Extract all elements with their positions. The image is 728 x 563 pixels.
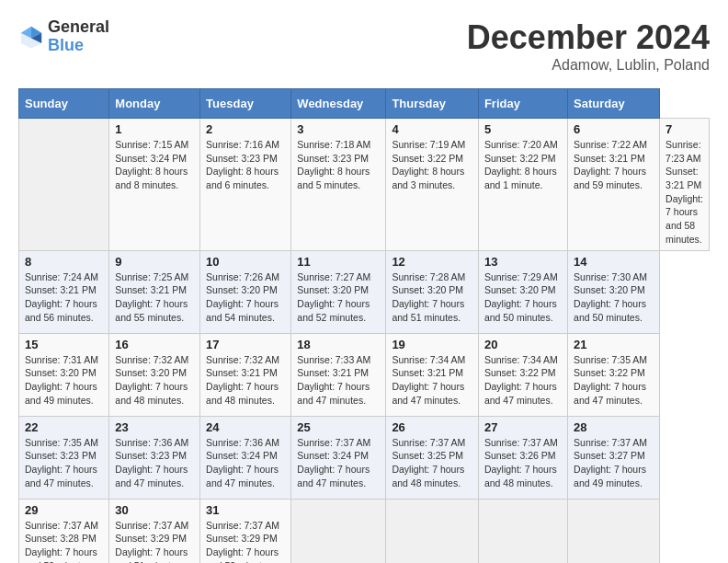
header-thursday: Thursday bbox=[386, 89, 479, 119]
day-cell: 26Sunrise: 7:37 AM Sunset: 3:25 PM Dayli… bbox=[386, 416, 479, 499]
day-cell bbox=[291, 499, 386, 563]
week-row-0: 1Sunrise: 7:15 AM Sunset: 3:24 PM Daylig… bbox=[19, 119, 710, 251]
day-cell: 20Sunrise: 7:34 AM Sunset: 3:22 PM Dayli… bbox=[478, 333, 567, 416]
day-info: Sunrise: 7:30 AM Sunset: 3:20 PM Dayligh… bbox=[574, 270, 654, 325]
day-info: Sunrise: 7:37 AM Sunset: 3:24 PM Dayligh… bbox=[297, 436, 380, 490]
header-row: SundayMondayTuesdayWednesdayThursdayFrid… bbox=[19, 89, 710, 119]
day-cell: 23Sunrise: 7:36 AM Sunset: 3:23 PM Dayli… bbox=[109, 416, 200, 499]
day-info: Sunrise: 7:35 AM Sunset: 3:22 PM Dayligh… bbox=[574, 353, 654, 408]
day-number: 8 bbox=[25, 255, 103, 269]
day-info: Sunrise: 7:25 AM Sunset: 3:21 PM Dayligh… bbox=[115, 270, 194, 325]
day-number: 11 bbox=[297, 255, 380, 269]
day-cell bbox=[386, 499, 479, 563]
day-info: Sunrise: 7:31 AM Sunset: 3:20 PM Dayligh… bbox=[25, 353, 103, 408]
day-info: Sunrise: 7:26 AM Sunset: 3:20 PM Dayligh… bbox=[206, 270, 285, 325]
day-cell: 22Sunrise: 7:35 AM Sunset: 3:23 PM Dayli… bbox=[19, 416, 109, 499]
day-number: 16 bbox=[115, 338, 194, 351]
day-cell: 6Sunrise: 7:22 AM Sunset: 3:21 PM Daylig… bbox=[568, 119, 660, 251]
day-info: Sunrise: 7:32 AM Sunset: 3:21 PM Dayligh… bbox=[206, 353, 285, 408]
day-number: 2 bbox=[206, 122, 285, 136]
header-sunday: Sunday bbox=[19, 89, 109, 119]
week-row-2: 15Sunrise: 7:31 AM Sunset: 3:20 PM Dayli… bbox=[19, 333, 710, 416]
day-number: 30 bbox=[115, 503, 194, 517]
header-wednesday: Wednesday bbox=[291, 89, 386, 119]
day-cell: 28Sunrise: 7:37 AM Sunset: 3:27 PM Dayli… bbox=[568, 416, 660, 499]
day-cell bbox=[19, 119, 109, 251]
header-tuesday: Tuesday bbox=[200, 89, 291, 119]
day-info: Sunrise: 7:34 AM Sunset: 3:21 PM Dayligh… bbox=[392, 353, 472, 408]
day-info: Sunrise: 7:28 AM Sunset: 3:20 PM Dayligh… bbox=[392, 270, 472, 325]
day-cell: 12Sunrise: 7:28 AM Sunset: 3:20 PM Dayli… bbox=[386, 250, 479, 333]
month-title: December 2024 bbox=[467, 18, 710, 57]
calendar-table: SundayMondayTuesdayWednesdayThursdayFrid… bbox=[18, 88, 710, 563]
day-cell bbox=[568, 499, 660, 563]
day-info: Sunrise: 7:29 AM Sunset: 3:20 PM Dayligh… bbox=[484, 270, 562, 325]
day-info: Sunrise: 7:19 AM Sunset: 3:22 PM Dayligh… bbox=[392, 138, 472, 192]
day-number: 5 bbox=[484, 122, 562, 136]
day-info: Sunrise: 7:34 AM Sunset: 3:22 PM Dayligh… bbox=[484, 353, 562, 408]
day-number: 1 bbox=[115, 122, 194, 136]
day-cell: 11Sunrise: 7:27 AM Sunset: 3:20 PM Dayli… bbox=[291, 250, 386, 333]
week-row-3: 22Sunrise: 7:35 AM Sunset: 3:23 PM Dayli… bbox=[19, 416, 710, 499]
day-number: 15 bbox=[25, 338, 103, 351]
week-row-4: 29Sunrise: 7:37 AM Sunset: 3:28 PM Dayli… bbox=[19, 499, 710, 563]
header-monday: Monday bbox=[109, 89, 200, 119]
day-number: 7 bbox=[665, 122, 703, 136]
day-number: 25 bbox=[297, 420, 380, 434]
day-cell: 27Sunrise: 7:37 AM Sunset: 3:26 PM Dayli… bbox=[478, 416, 567, 499]
day-info: Sunrise: 7:37 AM Sunset: 3:29 PM Dayligh… bbox=[115, 519, 194, 564]
day-cell: 29Sunrise: 7:37 AM Sunset: 3:28 PM Dayli… bbox=[19, 499, 109, 563]
day-number: 9 bbox=[115, 255, 194, 269]
day-info: Sunrise: 7:37 AM Sunset: 3:27 PM Dayligh… bbox=[574, 436, 654, 490]
day-cell: 21Sunrise: 7:35 AM Sunset: 3:22 PM Dayli… bbox=[568, 333, 660, 416]
day-cell: 24Sunrise: 7:36 AM Sunset: 3:24 PM Dayli… bbox=[200, 416, 291, 499]
header-friday: Friday bbox=[478, 89, 567, 119]
day-info: Sunrise: 7:36 AM Sunset: 3:24 PM Dayligh… bbox=[206, 436, 285, 490]
day-number: 27 bbox=[484, 420, 562, 434]
logo-text: General Blue bbox=[48, 18, 109, 55]
week-row-1: 8Sunrise: 7:24 AM Sunset: 3:21 PM Daylig… bbox=[19, 250, 710, 333]
day-info: Sunrise: 7:27 AM Sunset: 3:20 PM Dayligh… bbox=[297, 270, 380, 325]
day-cell: 25Sunrise: 7:37 AM Sunset: 3:24 PM Dayli… bbox=[291, 416, 386, 499]
day-number: 31 bbox=[206, 503, 285, 517]
day-number: 29 bbox=[25, 503, 103, 517]
day-number: 21 bbox=[574, 338, 654, 351]
day-number: 4 bbox=[392, 122, 472, 136]
day-number: 14 bbox=[574, 255, 654, 269]
day-cell: 13Sunrise: 7:29 AM Sunset: 3:20 PM Dayli… bbox=[478, 250, 567, 333]
day-info: Sunrise: 7:37 AM Sunset: 3:29 PM Dayligh… bbox=[206, 519, 285, 564]
header-saturday: Saturday bbox=[568, 89, 660, 119]
day-number: 10 bbox=[206, 255, 285, 269]
page-header: General Blue December 2024 Adamow, Lubli… bbox=[18, 18, 710, 74]
day-number: 3 bbox=[297, 122, 380, 136]
day-number: 28 bbox=[574, 420, 654, 434]
day-cell: 30Sunrise: 7:37 AM Sunset: 3:29 PM Dayli… bbox=[109, 499, 200, 563]
day-cell: 4Sunrise: 7:19 AM Sunset: 3:22 PM Daylig… bbox=[386, 119, 479, 251]
day-cell: 19Sunrise: 7:34 AM Sunset: 3:21 PM Dayli… bbox=[386, 333, 479, 416]
day-info: Sunrise: 7:24 AM Sunset: 3:21 PM Dayligh… bbox=[25, 270, 103, 325]
day-info: Sunrise: 7:16 AM Sunset: 3:23 PM Dayligh… bbox=[206, 138, 285, 192]
day-number: 23 bbox=[115, 420, 194, 434]
day-info: Sunrise: 7:18 AM Sunset: 3:23 PM Dayligh… bbox=[297, 138, 380, 192]
day-number: 17 bbox=[206, 338, 285, 351]
day-cell: 17Sunrise: 7:32 AM Sunset: 3:21 PM Dayli… bbox=[200, 333, 291, 416]
day-info: Sunrise: 7:35 AM Sunset: 3:23 PM Dayligh… bbox=[25, 436, 103, 490]
day-cell: 31Sunrise: 7:37 AM Sunset: 3:29 PM Dayli… bbox=[200, 499, 291, 563]
logo: General Blue bbox=[18, 18, 109, 55]
day-info: Sunrise: 7:37 AM Sunset: 3:28 PM Dayligh… bbox=[25, 519, 103, 564]
day-cell: 10Sunrise: 7:26 AM Sunset: 3:20 PM Dayli… bbox=[200, 250, 291, 333]
location: Adamow, Lublin, Poland bbox=[467, 57, 710, 74]
day-number: 18 bbox=[297, 338, 380, 351]
day-number: 20 bbox=[484, 338, 562, 351]
day-number: 24 bbox=[206, 420, 285, 434]
day-cell: 2Sunrise: 7:16 AM Sunset: 3:23 PM Daylig… bbox=[200, 119, 291, 251]
day-cell: 3Sunrise: 7:18 AM Sunset: 3:23 PM Daylig… bbox=[291, 119, 386, 251]
day-cell: 9Sunrise: 7:25 AM Sunset: 3:21 PM Daylig… bbox=[109, 250, 200, 333]
day-cell: 18Sunrise: 7:33 AM Sunset: 3:21 PM Dayli… bbox=[291, 333, 386, 416]
day-info: Sunrise: 7:33 AM Sunset: 3:21 PM Dayligh… bbox=[297, 353, 380, 408]
day-cell: 15Sunrise: 7:31 AM Sunset: 3:20 PM Dayli… bbox=[19, 333, 109, 416]
day-info: Sunrise: 7:20 AM Sunset: 3:22 PM Dayligh… bbox=[484, 138, 562, 192]
day-info: Sunrise: 7:37 AM Sunset: 3:25 PM Dayligh… bbox=[392, 436, 472, 490]
day-cell: 16Sunrise: 7:32 AM Sunset: 3:20 PM Dayli… bbox=[109, 333, 200, 416]
day-info: Sunrise: 7:36 AM Sunset: 3:23 PM Dayligh… bbox=[115, 436, 194, 490]
